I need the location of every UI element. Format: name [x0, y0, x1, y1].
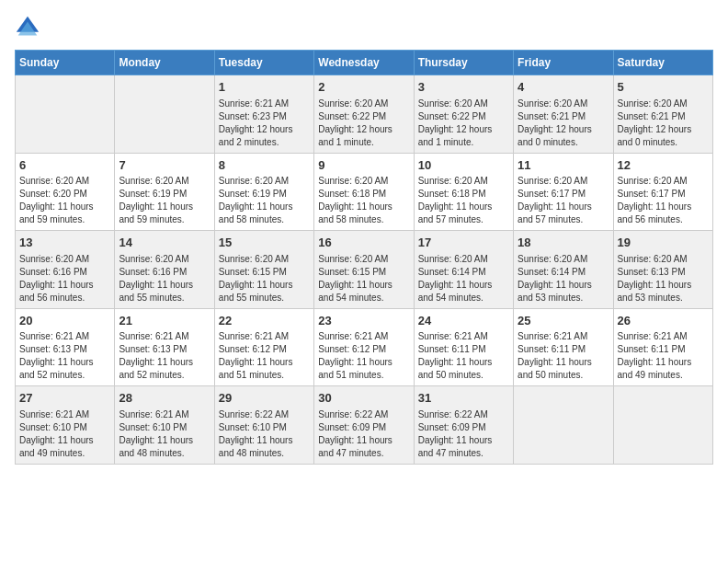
- calendar-body: 1Sunrise: 6:21 AMSunset: 6:23 PMDaylight…: [16, 75, 713, 465]
- weekday-header: Sunday: [16, 51, 115, 75]
- calendar-cell: [115, 75, 214, 154]
- calendar-cell: 15Sunrise: 6:20 AMSunset: 6:15 PMDayligh…: [214, 231, 313, 309]
- day-number: 12: [618, 157, 709, 174]
- calendar-cell: 18Sunrise: 6:20 AMSunset: 6:14 PMDayligh…: [514, 231, 613, 309]
- calendar-week-row: 20Sunrise: 6:21 AMSunset: 6:13 PMDayligh…: [16, 308, 713, 386]
- calendar-cell: [613, 386, 712, 465]
- day-number: 24: [418, 313, 509, 329]
- day-number: 31: [418, 390, 509, 407]
- day-number: 25: [518, 313, 609, 329]
- calendar-cell: 16Sunrise: 6:20 AMSunset: 6:15 PMDayligh…: [314, 231, 414, 309]
- calendar-cell: 19Sunrise: 6:20 AMSunset: 6:13 PMDayligh…: [613, 231, 712, 309]
- day-number: 11: [518, 157, 609, 174]
- day-number: 14: [119, 235, 210, 251]
- calendar-week-row: 13Sunrise: 6:20 AMSunset: 6:16 PMDayligh…: [16, 231, 713, 309]
- weekday-row: SundayMondayTuesdayWednesdayThursdayFrid…: [16, 51, 713, 75]
- day-info: Sunrise: 6:20 AMSunset: 6:19 PMDaylight:…: [119, 175, 210, 226]
- day-number: 27: [19, 390, 110, 407]
- page-header: [15, 15, 713, 40]
- day-info: Sunrise: 6:21 AMSunset: 6:11 PMDaylight:…: [418, 330, 509, 382]
- calendar-cell: 9Sunrise: 6:20 AMSunset: 6:18 PMDaylight…: [314, 153, 414, 231]
- calendar-week-row: 1Sunrise: 6:21 AMSunset: 6:23 PMDaylight…: [16, 75, 713, 154]
- weekday-header: Thursday: [414, 51, 513, 75]
- day-info: Sunrise: 6:20 AMSunset: 6:14 PMDaylight:…: [418, 253, 509, 304]
- day-number: 18: [518, 235, 609, 251]
- day-number: 9: [318, 157, 409, 174]
- day-info: Sunrise: 6:22 AMSunset: 6:09 PMDaylight:…: [418, 408, 509, 460]
- day-number: 13: [19, 235, 110, 251]
- day-info: Sunrise: 6:20 AMSunset: 6:20 PMDaylight:…: [19, 175, 110, 226]
- calendar-cell: 26Sunrise: 6:21 AMSunset: 6:11 PMDayligh…: [613, 308, 712, 386]
- calendar-cell: [16, 75, 115, 154]
- day-number: 17: [418, 235, 509, 251]
- calendar-cell: 1Sunrise: 6:21 AMSunset: 6:23 PMDaylight…: [214, 75, 313, 154]
- day-number: 26: [618, 313, 709, 329]
- day-number: 23: [318, 313, 409, 329]
- calendar-cell: 22Sunrise: 6:21 AMSunset: 6:12 PMDayligh…: [214, 308, 313, 386]
- calendar-cell: 25Sunrise: 6:21 AMSunset: 6:11 PMDayligh…: [514, 308, 613, 386]
- calendar-cell: [514, 386, 613, 465]
- day-info: Sunrise: 6:22 AMSunset: 6:09 PMDaylight:…: [318, 408, 409, 460]
- calendar-cell: 6Sunrise: 6:20 AMSunset: 6:20 PMDaylight…: [16, 153, 115, 231]
- day-number: 6: [19, 157, 110, 174]
- day-info: Sunrise: 6:22 AMSunset: 6:10 PMDaylight:…: [219, 408, 310, 460]
- weekday-header: Friday: [514, 51, 613, 75]
- calendar-cell: 14Sunrise: 6:20 AMSunset: 6:16 PMDayligh…: [115, 231, 214, 309]
- day-info: Sunrise: 6:20 AMSunset: 6:19 PMDaylight:…: [219, 175, 310, 226]
- day-number: 2: [318, 79, 409, 96]
- calendar-cell: 7Sunrise: 6:20 AMSunset: 6:19 PMDaylight…: [115, 153, 214, 231]
- day-number: 5: [618, 79, 709, 96]
- day-number: 29: [219, 390, 310, 407]
- calendar-week-row: 27Sunrise: 6:21 AMSunset: 6:10 PMDayligh…: [16, 386, 713, 465]
- day-info: Sunrise: 6:20 AMSunset: 6:18 PMDaylight:…: [318, 175, 409, 226]
- day-info: Sunrise: 6:21 AMSunset: 6:10 PMDaylight:…: [19, 408, 110, 460]
- calendar-cell: 23Sunrise: 6:21 AMSunset: 6:12 PMDayligh…: [314, 308, 414, 386]
- day-info: Sunrise: 6:20 AMSunset: 6:22 PMDaylight:…: [418, 98, 509, 149]
- logo-icon: [15, 15, 40, 40]
- day-info: Sunrise: 6:20 AMSunset: 6:14 PMDaylight:…: [518, 253, 609, 304]
- day-info: Sunrise: 6:21 AMSunset: 6:11 PMDaylight:…: [618, 330, 709, 382]
- calendar-cell: 10Sunrise: 6:20 AMSunset: 6:18 PMDayligh…: [414, 153, 513, 231]
- day-info: Sunrise: 6:21 AMSunset: 6:13 PMDaylight:…: [119, 330, 210, 382]
- calendar-header: SundayMondayTuesdayWednesdayThursdayFrid…: [16, 51, 713, 75]
- weekday-header: Tuesday: [214, 51, 313, 75]
- day-number: 1: [219, 79, 310, 96]
- day-info: Sunrise: 6:21 AMSunset: 6:12 PMDaylight:…: [318, 330, 409, 382]
- day-info: Sunrise: 6:21 AMSunset: 6:23 PMDaylight:…: [219, 98, 310, 149]
- calendar-cell: 8Sunrise: 6:20 AMSunset: 6:19 PMDaylight…: [214, 153, 313, 231]
- logo: [15, 15, 44, 40]
- calendar-cell: 13Sunrise: 6:20 AMSunset: 6:16 PMDayligh…: [16, 231, 115, 309]
- calendar-cell: 29Sunrise: 6:22 AMSunset: 6:10 PMDayligh…: [214, 386, 313, 465]
- day-info: Sunrise: 6:20 AMSunset: 6:18 PMDaylight:…: [418, 175, 509, 226]
- calendar-cell: 12Sunrise: 6:20 AMSunset: 6:17 PMDayligh…: [613, 153, 712, 231]
- day-number: 4: [518, 79, 609, 96]
- day-info: Sunrise: 6:20 AMSunset: 6:16 PMDaylight:…: [119, 253, 210, 304]
- day-info: Sunrise: 6:21 AMSunset: 6:12 PMDaylight:…: [219, 330, 310, 382]
- day-info: Sunrise: 6:20 AMSunset: 6:21 PMDaylight:…: [518, 98, 609, 149]
- day-number: 20: [19, 313, 110, 329]
- day-info: Sunrise: 6:20 AMSunset: 6:17 PMDaylight:…: [618, 175, 709, 226]
- calendar-cell: 24Sunrise: 6:21 AMSunset: 6:11 PMDayligh…: [414, 308, 513, 386]
- day-number: 7: [119, 157, 210, 174]
- calendar-cell: 28Sunrise: 6:21 AMSunset: 6:10 PMDayligh…: [115, 386, 214, 465]
- calendar-week-row: 6Sunrise: 6:20 AMSunset: 6:20 PMDaylight…: [16, 153, 713, 231]
- day-number: 10: [418, 157, 509, 174]
- day-info: Sunrise: 6:21 AMSunset: 6:11 PMDaylight:…: [518, 330, 609, 382]
- calendar-cell: 11Sunrise: 6:20 AMSunset: 6:17 PMDayligh…: [514, 153, 613, 231]
- day-number: 8: [219, 157, 310, 174]
- day-info: Sunrise: 6:21 AMSunset: 6:10 PMDaylight:…: [119, 408, 210, 460]
- day-number: 15: [219, 235, 310, 251]
- calendar-cell: 21Sunrise: 6:21 AMSunset: 6:13 PMDayligh…: [115, 308, 214, 386]
- calendar-cell: 2Sunrise: 6:20 AMSunset: 6:22 PMDaylight…: [314, 75, 414, 154]
- calendar-cell: 27Sunrise: 6:21 AMSunset: 6:10 PMDayligh…: [16, 386, 115, 465]
- weekday-header: Saturday: [613, 51, 712, 75]
- calendar-cell: 3Sunrise: 6:20 AMSunset: 6:22 PMDaylight…: [414, 75, 513, 154]
- day-number: 22: [219, 313, 310, 329]
- day-number: 28: [119, 390, 210, 407]
- calendar-cell: 30Sunrise: 6:22 AMSunset: 6:09 PMDayligh…: [314, 386, 414, 465]
- calendar-cell: 5Sunrise: 6:20 AMSunset: 6:21 PMDaylight…: [613, 75, 712, 154]
- day-info: Sunrise: 6:21 AMSunset: 6:13 PMDaylight:…: [19, 330, 110, 382]
- calendar-cell: 4Sunrise: 6:20 AMSunset: 6:21 PMDaylight…: [514, 75, 613, 154]
- day-info: Sunrise: 6:20 AMSunset: 6:21 PMDaylight:…: [618, 98, 709, 149]
- day-info: Sunrise: 6:20 AMSunset: 6:17 PMDaylight:…: [518, 175, 609, 226]
